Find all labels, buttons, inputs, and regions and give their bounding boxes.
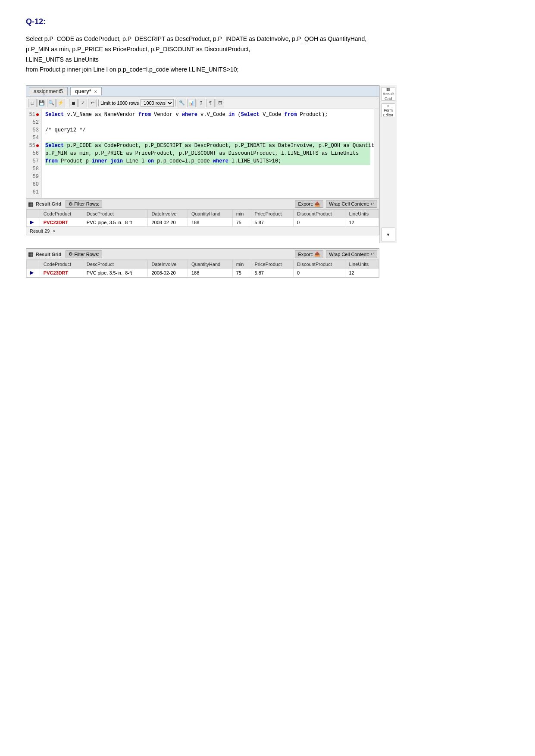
new-file-btn[interactable]: □ <box>28 99 37 107</box>
editor-toolbar: □ 💾 🔍 ⚡ ⏹ ✓ ↩ Limit to 1000 rows 1000 ro… <box>26 97 379 109</box>
bottom-table-row[interactable]: ▶ PVC23DRT PVC pipe, 3.5-in., 8-ft 2008-… <box>27 269 379 277</box>
result-table: CodeProduct DescProduct DateInvoive Quan… <box>26 209 379 227</box>
filter-icon: ⚙ <box>69 201 73 207</box>
format-btn[interactable]: 🔧 <box>178 99 186 107</box>
result-grid-label: Result Grid <box>36 201 61 206</box>
stop-btn[interactable]: ⏹ <box>69 99 78 107</box>
bth-dateinvoive: DateInvoive <box>148 260 188 269</box>
split-btn[interactable]: ⊟ <box>216 99 224 107</box>
bottom-export-icon: 📤 <box>314 251 320 257</box>
db-tool-window: assignment5 query* × □ 💾 🔍 ⚡ ⏹ ✓ ↩ L <box>26 85 509 243</box>
bottom-wrap-cell-btn[interactable]: Wrap Cell Content: ↵ <box>326 250 377 258</box>
th-discountproduct: DiscountProduct <box>294 210 345 218</box>
result-count: Result 29 × <box>30 228 56 234</box>
sep3 <box>175 100 176 106</box>
rollback-btn[interactable]: ↩ <box>88 99 97 107</box>
execute-btn[interactable]: ⚡ <box>56 99 65 107</box>
db-window-main: assignment5 query* × □ 💾 🔍 ⚡ ⏹ ✓ ↩ L <box>26 85 379 235</box>
bottom-export-label: Export: <box>298 252 313 257</box>
tab-close-icon[interactable]: × <box>94 89 97 94</box>
bottom-result-table-header: CodeProduct DescProduct DateInvoive Quan… <box>27 260 379 269</box>
line-53: 53 <box>29 126 39 134</box>
bottom-result-section: ▦ Result Grid ⚙ Filter Rows: Export: 📤 W… <box>26 248 379 278</box>
result-footer: Result 29 × <box>26 227 379 235</box>
table-row[interactable]: ▶ PVC23DRT PVC pipe, 3.5-in., 8-ft 2008-… <box>27 218 379 227</box>
td-discountproduct: 0 <box>294 218 345 227</box>
sep2 <box>98 100 99 106</box>
bth-discountproduct: DiscountProduct <box>294 260 345 269</box>
question-line-1: Select p.P_CODE as CodeProduct, p.P_DESC… <box>26 34 509 44</box>
td-dateinvoive: 2008-02-20 <box>148 218 188 227</box>
code-line-61 <box>45 188 370 196</box>
line-56: 56 <box>29 150 39 157</box>
bottom-filter-rows-btn[interactable]: ⚙ Filter Rows: <box>66 250 102 258</box>
th-priceproduct: PriceProduct <box>251 210 294 218</box>
help-btn[interactable]: ? <box>197 99 205 107</box>
th-quantityhand: QuantityHand <box>188 210 232 218</box>
collapse-sidebar-btn[interactable]: ▼ <box>382 228 395 241</box>
line-51: 51 <box>29 111 39 119</box>
td-lineunits: 12 <box>345 218 379 227</box>
code-line-54 <box>45 134 370 142</box>
tab-assignment5[interactable]: assignment5 <box>29 87 68 95</box>
bth-indicator <box>27 260 40 269</box>
th-indicator <box>27 210 40 218</box>
bth-codeproduct: CodeProduct <box>40 260 83 269</box>
line-60: 60 <box>29 181 39 188</box>
result-table-header: CodeProduct DescProduct DateInvoive Quan… <box>27 210 379 218</box>
export-btn[interactable]: Export: 📤 <box>295 200 323 208</box>
bottom-result-table: CodeProduct DescProduct DateInvoive Quan… <box>26 260 379 277</box>
td-quantityhand: 188 <box>188 218 232 227</box>
search-btn[interactable]: 🔍 <box>47 99 56 107</box>
filter-rows-btn[interactable]: ⚙ Filter Rows: <box>66 200 102 208</box>
bottom-filter-icon: ⚙ <box>69 251 73 257</box>
close-result-icon[interactable]: × <box>53 228 56 234</box>
th-dateinvoive: DateInvoive <box>148 210 188 218</box>
bottom-export-btn[interactable]: Export: 📤 <box>295 250 323 258</box>
bth-quantityhand: QuantityHand <box>188 260 232 269</box>
db-titlebar: assignment5 query* × <box>26 86 379 97</box>
explain-btn[interactable]: 📊 <box>187 99 196 107</box>
line-52: 52 <box>29 119 39 126</box>
save-btn[interactable]: 💾 <box>38 99 46 107</box>
code-line-57: from Product p inner join Line l on p.p_… <box>45 157 370 165</box>
btd-quantityhand: 188 <box>188 269 232 277</box>
code-line-51: Select v.V_Name as NameVendor from Vendo… <box>45 111 370 119</box>
btd-lineunits: 12 <box>345 269 379 277</box>
export-icon: 📤 <box>314 201 320 207</box>
chevron-down-icon: ▼ <box>386 232 391 237</box>
line-54: 54 <box>29 134 39 142</box>
td-codeproduct: PVC23DRT <box>40 218 83 227</box>
commit-btn[interactable]: ✓ <box>78 99 87 107</box>
vertical-scrollbar[interactable] <box>374 109 379 198</box>
code-content[interactable]: Select v.V_Name as NameVendor from Vendo… <box>42 109 374 198</box>
btd-discountproduct: 0 <box>294 269 345 277</box>
para-btn[interactable]: ¶ <box>206 99 215 107</box>
bottom-row-indicator: ▶ <box>27 269 40 277</box>
bth-min: min <box>232 260 251 269</box>
code-line-56: p.P_MIN as min, p.P_PRICE as PriceProduc… <box>45 150 370 157</box>
line-58: 58 <box>29 165 39 173</box>
limit-select[interactable]: 1000 rows 500 rows 100 rows <box>141 99 174 107</box>
td-min: 75 <box>232 218 251 227</box>
th-min: min <box>232 210 251 218</box>
line-numbers: 51 52 53 54 55 56 57 58 59 60 61 <box>26 109 42 198</box>
editor-area[interactable]: 51 52 53 54 55 56 57 58 59 60 61 Select … <box>26 109 379 198</box>
tab-query[interactable]: query* × <box>70 87 102 95</box>
bottom-result-grid-label: Result Grid <box>36 252 61 257</box>
btd-codeproduct: PVC23DRT <box>40 269 83 277</box>
bth-lineunits: LineUnits <box>345 260 379 269</box>
td-descproduct: PVC pipe, 3.5-in., 8-ft <box>83 218 148 227</box>
limit-dropdown: Limit to 1000 rows 1000 rows 500 rows 10… <box>100 99 174 107</box>
form-editor-sidebar-btn[interactable]: ≡ Form Editor <box>382 103 395 117</box>
sep1 <box>67 100 67 106</box>
wrap-cell-btn[interactable]: Wrap Cell Content: ↵ <box>326 200 377 208</box>
bth-priceproduct: PriceProduct <box>251 260 294 269</box>
question-line-4: from Product p inner join Line l on p.p_… <box>26 65 509 75</box>
code-line-52 <box>45 119 370 126</box>
code-line-60 <box>45 181 370 188</box>
result-grid-sidebar-btn[interactable]: ▦ Result Grid <box>382 87 395 101</box>
bottom-result-table-container: CodeProduct DescProduct DateInvoive Quan… <box>26 260 379 277</box>
code-line-59 <box>45 173 370 181</box>
btd-descproduct: PVC pipe, 3.5-in., 8-ft <box>83 269 148 277</box>
